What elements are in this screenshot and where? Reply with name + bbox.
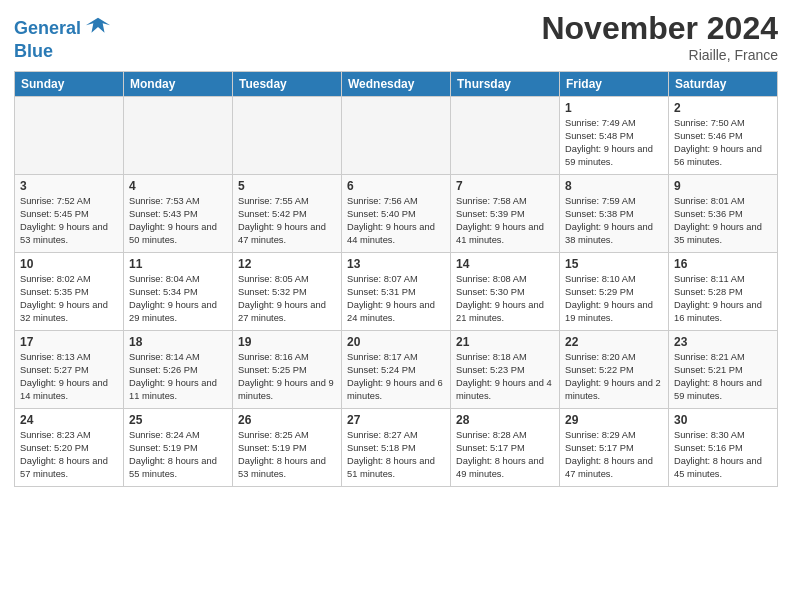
day-info-line: Daylight: 9 hours and 11 minutes. (129, 378, 217, 401)
day-info: Sunrise: 8:28 AMSunset: 5:17 PMDaylight:… (456, 429, 554, 481)
day-info: Sunrise: 7:53 AMSunset: 5:43 PMDaylight:… (129, 195, 227, 247)
day-info-line: Sunset: 5:46 PM (674, 131, 743, 141)
day-info-line: Sunrise: 8:27 AM (347, 430, 418, 440)
calendar-cell: 4Sunrise: 7:53 AMSunset: 5:43 PMDaylight… (124, 175, 233, 253)
day-info-line: Sunset: 5:29 PM (565, 287, 634, 297)
calendar-cell: 19Sunrise: 8:16 AMSunset: 5:25 PMDayligh… (233, 331, 342, 409)
calendar-cell: 24Sunrise: 8:23 AMSunset: 5:20 PMDayligh… (15, 409, 124, 487)
day-info-line: Sunrise: 8:05 AM (238, 274, 309, 284)
day-info-line: Sunrise: 8:17 AM (347, 352, 418, 362)
day-info-line: Sunset: 5:30 PM (456, 287, 525, 297)
day-info-line: Daylight: 9 hours and 38 minutes. (565, 222, 653, 245)
month-title: November 2024 (541, 10, 778, 47)
calendar-day-header: Monday (124, 72, 233, 97)
calendar-day-header: Thursday (451, 72, 560, 97)
calendar-cell: 17Sunrise: 8:13 AMSunset: 5:27 PMDayligh… (15, 331, 124, 409)
day-number: 14 (456, 257, 554, 271)
day-info-line: Sunrise: 7:58 AM (456, 196, 527, 206)
calendar-cell: 30Sunrise: 8:30 AMSunset: 5:16 PMDayligh… (669, 409, 778, 487)
calendar-cell: 23Sunrise: 8:21 AMSunset: 5:21 PMDayligh… (669, 331, 778, 409)
day-info-line: Daylight: 9 hours and 53 minutes. (20, 222, 108, 245)
day-number: 12 (238, 257, 336, 271)
day-info-line: Daylight: 8 hours and 59 minutes. (674, 378, 762, 401)
calendar-cell: 5Sunrise: 7:55 AMSunset: 5:42 PMDaylight… (233, 175, 342, 253)
day-number: 4 (129, 179, 227, 193)
svg-marker-0 (86, 18, 110, 33)
day-info: Sunrise: 8:13 AMSunset: 5:27 PMDaylight:… (20, 351, 118, 403)
day-info: Sunrise: 8:17 AMSunset: 5:24 PMDaylight:… (347, 351, 445, 403)
calendar-week-row: 24Sunrise: 8:23 AMSunset: 5:20 PMDayligh… (15, 409, 778, 487)
calendar-cell (451, 97, 560, 175)
day-number: 11 (129, 257, 227, 271)
calendar-cell (233, 97, 342, 175)
day-info-line: Daylight: 9 hours and 14 minutes. (20, 378, 108, 401)
day-info: Sunrise: 7:52 AMSunset: 5:45 PMDaylight:… (20, 195, 118, 247)
day-info-line: Sunrise: 7:50 AM (674, 118, 745, 128)
day-info-line: Sunset: 5:35 PM (20, 287, 89, 297)
day-info-line: Sunset: 5:23 PM (456, 365, 525, 375)
day-info-line: Sunrise: 7:56 AM (347, 196, 418, 206)
day-info-line: Sunrise: 7:49 AM (565, 118, 636, 128)
day-number: 13 (347, 257, 445, 271)
day-info: Sunrise: 8:08 AMSunset: 5:30 PMDaylight:… (456, 273, 554, 325)
day-number: 17 (20, 335, 118, 349)
calendar-day-header: Friday (560, 72, 669, 97)
day-number: 22 (565, 335, 663, 349)
calendar-cell: 27Sunrise: 8:27 AMSunset: 5:18 PMDayligh… (342, 409, 451, 487)
day-info-line: Sunrise: 8:24 AM (129, 430, 200, 440)
day-info-line: Sunrise: 7:59 AM (565, 196, 636, 206)
day-info-line: Daylight: 8 hours and 47 minutes. (565, 456, 653, 479)
calendar-week-row: 10Sunrise: 8:02 AMSunset: 5:35 PMDayligh… (15, 253, 778, 331)
day-info: Sunrise: 7:50 AMSunset: 5:46 PMDaylight:… (674, 117, 772, 169)
day-info: Sunrise: 8:11 AMSunset: 5:28 PMDaylight:… (674, 273, 772, 325)
day-number: 19 (238, 335, 336, 349)
day-number: 8 (565, 179, 663, 193)
calendar-cell: 14Sunrise: 8:08 AMSunset: 5:30 PMDayligh… (451, 253, 560, 331)
calendar-cell: 11Sunrise: 8:04 AMSunset: 5:34 PMDayligh… (124, 253, 233, 331)
day-info-line: Sunrise: 8:08 AM (456, 274, 527, 284)
day-number: 21 (456, 335, 554, 349)
day-number: 2 (674, 101, 772, 115)
day-info-line: Sunset: 5:20 PM (20, 443, 89, 453)
day-info-line: Daylight: 9 hours and 16 minutes. (674, 300, 762, 323)
calendar-day-header: Tuesday (233, 72, 342, 97)
calendar-cell: 10Sunrise: 8:02 AMSunset: 5:35 PMDayligh… (15, 253, 124, 331)
title-block: November 2024 Riaille, France (541, 10, 778, 63)
calendar-cell (124, 97, 233, 175)
day-info-line: Daylight: 9 hours and 59 minutes. (565, 144, 653, 167)
day-number: 28 (456, 413, 554, 427)
day-info-line: Daylight: 8 hours and 51 minutes. (347, 456, 435, 479)
day-info-line: Daylight: 9 hours and 6 minutes. (347, 378, 443, 401)
day-info-line: Sunset: 5:43 PM (129, 209, 198, 219)
calendar-table: SundayMondayTuesdayWednesdayThursdayFrid… (14, 71, 778, 487)
day-info: Sunrise: 8:01 AMSunset: 5:36 PMDaylight:… (674, 195, 772, 247)
day-info: Sunrise: 7:49 AMSunset: 5:48 PMDaylight:… (565, 117, 663, 169)
day-info-line: Sunrise: 8:16 AM (238, 352, 309, 362)
calendar-cell: 3Sunrise: 7:52 AMSunset: 5:45 PMDaylight… (15, 175, 124, 253)
day-info: Sunrise: 8:21 AMSunset: 5:21 PMDaylight:… (674, 351, 772, 403)
day-info-line: Sunrise: 7:55 AM (238, 196, 309, 206)
day-info-line: Sunset: 5:17 PM (565, 443, 634, 453)
day-info: Sunrise: 8:05 AMSunset: 5:32 PMDaylight:… (238, 273, 336, 325)
calendar-day-header: Saturday (669, 72, 778, 97)
page: General Blue November 2024 Riaille, Fran… (0, 0, 792, 612)
day-info: Sunrise: 8:30 AMSunset: 5:16 PMDaylight:… (674, 429, 772, 481)
calendar-cell: 16Sunrise: 8:11 AMSunset: 5:28 PMDayligh… (669, 253, 778, 331)
calendar-cell: 26Sunrise: 8:25 AMSunset: 5:19 PMDayligh… (233, 409, 342, 487)
logo-bird-icon (84, 14, 112, 42)
day-info-line: Sunset: 5:28 PM (674, 287, 743, 297)
calendar-week-row: 1Sunrise: 7:49 AMSunset: 5:48 PMDaylight… (15, 97, 778, 175)
day-info-line: Daylight: 8 hours and 49 minutes. (456, 456, 544, 479)
calendar-week-row: 17Sunrise: 8:13 AMSunset: 5:27 PMDayligh… (15, 331, 778, 409)
day-info: Sunrise: 8:29 AMSunset: 5:17 PMDaylight:… (565, 429, 663, 481)
day-info-line: Daylight: 9 hours and 24 minutes. (347, 300, 435, 323)
day-info-line: Daylight: 8 hours and 45 minutes. (674, 456, 762, 479)
day-info-line: Daylight: 9 hours and 44 minutes. (347, 222, 435, 245)
day-info-line: Sunrise: 7:52 AM (20, 196, 91, 206)
calendar-cell: 22Sunrise: 8:20 AMSunset: 5:22 PMDayligh… (560, 331, 669, 409)
day-info-line: Sunset: 5:19 PM (129, 443, 198, 453)
calendar-cell (15, 97, 124, 175)
day-number: 10 (20, 257, 118, 271)
day-info-line: Sunset: 5:24 PM (347, 365, 416, 375)
day-number: 20 (347, 335, 445, 349)
